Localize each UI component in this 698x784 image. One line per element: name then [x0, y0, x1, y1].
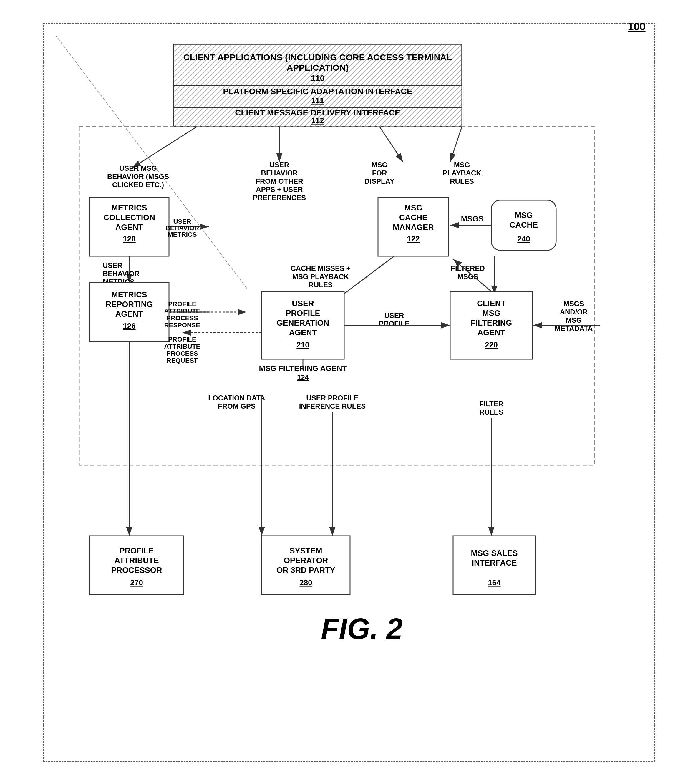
svg-text:ATTRIBUTE: ATTRIBUTE [114, 556, 159, 565]
svg-text:BEHAVIOR (MSGS: BEHAVIOR (MSGS [107, 173, 169, 181]
svg-text:AND/OR: AND/OR [560, 308, 588, 316]
svg-text:REQUEST: REQUEST [166, 357, 198, 364]
svg-text:CACHE: CACHE [509, 221, 538, 229]
svg-text:FROM GPS: FROM GPS [217, 402, 255, 410]
svg-text:USER: USER [269, 161, 289, 169]
svg-text:122: 122 [407, 234, 420, 243]
svg-text:INFERENCE RULES: INFERENCE RULES [299, 402, 365, 410]
svg-text:RULES: RULES [479, 408, 503, 416]
svg-text:124: 124 [297, 373, 309, 381]
svg-text:SYSTEM: SYSTEM [290, 547, 322, 555]
svg-text:112: 112 [311, 116, 324, 125]
svg-text:FILTERING: FILTERING [471, 318, 512, 328]
svg-text:PROFILE: PROFILE [168, 300, 196, 308]
svg-text:280: 280 [300, 578, 312, 587]
svg-text:MSG SALES: MSG SALES [471, 549, 517, 558]
svg-text:CLIENT APPLICATIONS (INCLUDING: CLIENT APPLICATIONS (INCLUDING CORE ACCE… [183, 53, 452, 62]
page: 100 CLIENT APPLICAT [25, 5, 673, 779]
svg-text:ATTRIBUTE: ATTRIBUTE [164, 343, 200, 350]
svg-text:MSG: MSG [482, 309, 500, 318]
svg-text:111: 111 [311, 96, 324, 105]
svg-text:APPS + USER: APPS + USER [256, 186, 303, 193]
svg-text:AGENT: AGENT [115, 310, 143, 318]
svg-text:METRICS: METRICS [168, 231, 197, 238]
svg-text:AGENT: AGENT [115, 223, 143, 232]
svg-text:164: 164 [488, 578, 501, 587]
svg-text:BEHAVIOR: BEHAVIOR [103, 270, 140, 278]
svg-text:MSG: MSG [404, 203, 423, 212]
svg-text:CACHE MISSES +: CACHE MISSES + [291, 264, 350, 272]
svg-text:OR 3RD PARTY: OR 3RD PARTY [277, 566, 335, 575]
svg-text:PLAYBACK: PLAYBACK [443, 169, 481, 177]
svg-text:OPERATOR: OPERATOR [283, 556, 328, 565]
svg-text:PROFILE: PROFILE [168, 336, 196, 343]
svg-text:PROFILE: PROFILE [379, 320, 409, 328]
svg-text:RULES: RULES [450, 177, 474, 185]
svg-text:110: 110 [311, 74, 324, 83]
svg-text:INTERFACE: INTERFACE [472, 558, 517, 567]
svg-text:MSGS: MSGS [457, 273, 478, 280]
svg-text:COLLECTION: COLLECTION [103, 213, 155, 222]
svg-text:MSGS: MSGS [563, 300, 584, 308]
svg-text:ATTRIBUTE: ATTRIBUTE [164, 307, 200, 315]
svg-text:210: 210 [296, 340, 309, 349]
svg-text:AGENT: AGENT [477, 328, 505, 337]
svg-text:PROCESSOR: PROCESSOR [111, 566, 162, 575]
svg-text:USER: USER [292, 299, 314, 308]
svg-text:FILTER: FILTER [479, 400, 503, 408]
svg-text:PROFILE: PROFILE [119, 547, 154, 555]
svg-text:APPLICATION): APPLICATION) [286, 63, 349, 72]
svg-text:220: 220 [485, 340, 497, 349]
svg-text:PROCESS: PROCESS [166, 315, 198, 322]
svg-text:PROCESS: PROCESS [166, 350, 198, 357]
svg-text:USER MSG: USER MSG [119, 164, 156, 172]
diagram-container: 100 CLIENT APPLICAT [43, 23, 655, 762]
svg-text:120: 120 [123, 234, 135, 243]
svg-text:FIG. 2: FIG. 2 [321, 612, 403, 645]
svg-text:LOCATION DATA: LOCATION DATA [208, 394, 265, 402]
svg-text:CLICKED ETC.): CLICKED ETC.) [112, 181, 164, 189]
svg-text:USER: USER [103, 262, 122, 269]
svg-text:AGENT: AGENT [289, 328, 317, 337]
svg-text:FROM OTHER: FROM OTHER [255, 177, 303, 185]
svg-text:MSGS: MSGS [461, 214, 483, 223]
svg-text:PREFERENCES: PREFERENCES [253, 194, 306, 202]
svg-text:RULES: RULES [308, 281, 333, 289]
svg-text:PROFILE: PROFILE [286, 309, 320, 318]
svg-text:GENERATION: GENERATION [277, 318, 329, 328]
svg-text:USER PROFILE: USER PROFILE [306, 394, 358, 402]
svg-line-18 [450, 127, 462, 162]
svg-text:MSG: MSG [454, 161, 470, 169]
svg-text:MSG: MSG [515, 211, 533, 220]
svg-text:RESPONSE: RESPONSE [164, 321, 200, 329]
svg-text:PLATFORM SPECIFIC ADAPTATION I: PLATFORM SPECIFIC ADAPTATION INTERFACE [223, 87, 412, 96]
svg-text:USER: USER [384, 311, 404, 320]
svg-text:METRICS: METRICS [111, 203, 147, 212]
ref-100: 100 [628, 21, 645, 33]
svg-text:FOR: FOR [372, 169, 387, 177]
svg-text:CACHE: CACHE [399, 213, 427, 222]
svg-text:BEHAVIOR: BEHAVIOR [261, 169, 298, 177]
svg-text:REPORTING: REPORTING [105, 300, 153, 309]
svg-diagram: CLIENT APPLICATIONS (INCLUDING CORE ACCE… [56, 35, 643, 749]
svg-text:METRICS: METRICS [111, 290, 147, 299]
svg-text:MSG PLAYBACK: MSG PLAYBACK [292, 273, 349, 280]
svg-text:MANAGER: MANAGER [393, 223, 434, 232]
svg-text:270: 270 [130, 578, 143, 587]
svg-text:126: 126 [123, 321, 135, 330]
svg-text:240: 240 [517, 234, 530, 243]
svg-text:CLIENT: CLIENT [477, 299, 506, 308]
svg-line-15 [132, 127, 197, 168]
svg-text:MSG: MSG [566, 316, 582, 324]
svg-line-17 [379, 127, 403, 162]
svg-text:DISPLAY: DISPLAY [364, 177, 395, 185]
svg-text:MSG: MSG [371, 161, 387, 169]
